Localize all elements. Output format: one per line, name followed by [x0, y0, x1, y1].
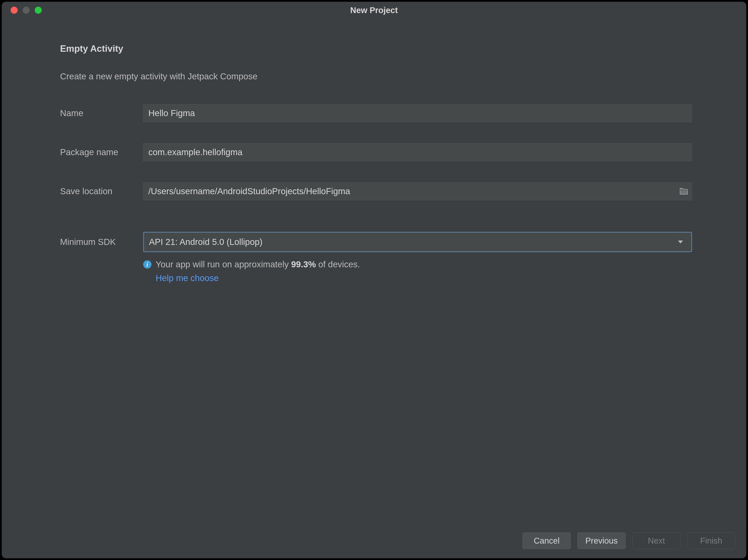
- close-window-icon[interactable]: [10, 7, 18, 14]
- next-button[interactable]: Next: [632, 532, 680, 549]
- window-controls: [10, 7, 42, 14]
- sdk-coverage-text: Your app will run on approximately 99.3%…: [156, 260, 360, 269]
- chevron-down-icon: [678, 241, 683, 243]
- dialog-footer: Cancel Previous Next Finish: [2, 525, 746, 558]
- row-min-sdk: Minimum SDK API 21: Android 5.0 (Lollipo…: [60, 232, 692, 252]
- dialog-content: Empty Activity Create a new empty activi…: [2, 19, 746, 525]
- folder-icon[interactable]: [679, 187, 688, 195]
- save-location-field[interactable]: [143, 182, 692, 200]
- help-me-choose-link[interactable]: Help me choose: [156, 273, 692, 283]
- titlebar: New Project: [2, 2, 746, 19]
- previous-button[interactable]: Previous: [578, 532, 626, 549]
- page-subheading: Create a new empty activity with Jetpack…: [60, 71, 692, 81]
- label-min-sdk: Minimum SDK: [60, 237, 143, 247]
- form: Name Package name Save location: [60, 104, 692, 252]
- zoom-window-icon[interactable]: [35, 7, 42, 14]
- window-title: New Project: [2, 6, 746, 15]
- label-package: Package name: [60, 147, 143, 157]
- info-icon: i: [143, 260, 151, 269]
- label-name: Name: [60, 108, 143, 118]
- sdk-info-block: i Your app will run on approximately 99.…: [143, 260, 692, 283]
- row-name: Name: [60, 104, 692, 122]
- name-field[interactable]: [143, 104, 692, 122]
- label-location: Save location: [60, 186, 143, 196]
- minimize-window-icon[interactable]: [23, 7, 30, 14]
- finish-button[interactable]: Finish: [687, 532, 735, 549]
- row-package: Package name: [60, 143, 692, 161]
- package-name-field[interactable]: [143, 143, 692, 161]
- sdk-coverage-info: i Your app will run on approximately 99.…: [143, 260, 692, 269]
- minimum-sdk-dropdown[interactable]: API 21: Android 5.0 (Lollipop): [143, 232, 692, 252]
- row-location: Save location: [60, 182, 692, 200]
- cancel-button[interactable]: Cancel: [522, 532, 571, 549]
- minimum-sdk-value: API 21: Android 5.0 (Lollipop): [149, 237, 678, 247]
- new-project-dialog: New Project Empty Activity Create a new …: [2, 2, 746, 558]
- page-heading: Empty Activity: [60, 43, 692, 54]
